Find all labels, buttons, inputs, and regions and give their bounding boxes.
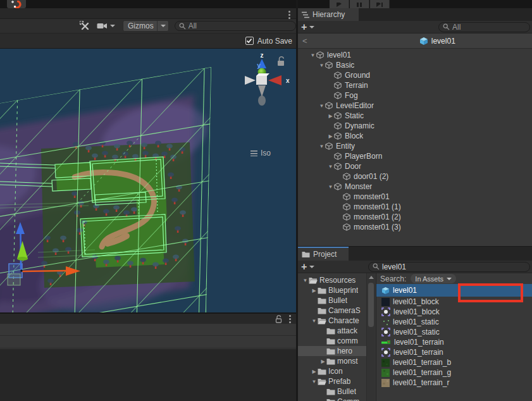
expand-arrow-icon[interactable]: ▼ (311, 379, 318, 385)
expand-arrow-icon[interactable]: ▶ (311, 369, 318, 374)
expand-arrow-icon[interactable]: ▼ (327, 184, 334, 190)
hierarchy-item-static[interactable]: ▶Static (298, 111, 532, 121)
project-folder-cameras[interactable]: CameraS (298, 305, 366, 316)
project-folder-attack[interactable]: attack (298, 326, 366, 336)
project-folder-hero[interactable]: hero (298, 346, 366, 356)
expand-arrow-icon[interactable]: ▶ (327, 133, 334, 139)
play-button[interactable] (330, 0, 349, 8)
gameobject-cube-icon (325, 61, 334, 69)
project-folder-icon[interactable]: ▶Icon (298, 366, 366, 376)
hierarchy-item-monster01-3[interactable]: monster01 (3) (298, 222, 532, 232)
results-scope-dropdown[interactable]: In Assets (411, 274, 456, 283)
pause-button[interactable] (350, 0, 369, 8)
hierarchy-add-button[interactable]: + (301, 24, 307, 30)
hierarchy-item-door01-2[interactable]: door01 (2) (298, 171, 532, 182)
item-label: Prefab (326, 377, 350, 386)
gameobject-cube-icon (334, 163, 343, 170)
project-search-field[interactable]: level01 (368, 262, 530, 272)
result-label: level01_static (393, 328, 440, 336)
project-result-level01-terrain[interactable]: level01_terrain (376, 337, 532, 347)
project-result-level01-terrain-r[interactable]: level01_terrain_r (376, 378, 532, 388)
gameobject-cube-icon (343, 203, 352, 211)
bottom-panel-row[interactable] (0, 336, 296, 349)
hierarchy-item-ground[interactable]: Ground (298, 70, 532, 80)
hierarchy-item-playerborn[interactable]: PlayerBorn (298, 151, 532, 161)
prefab-breadcrumb-bar: < level01 (298, 34, 532, 49)
texture-tan-icon (381, 379, 390, 387)
hierarchy-item-entity[interactable]: ▼Entity (298, 141, 532, 151)
scene-search-field[interactable]: All (175, 21, 296, 31)
project-folder-comm[interactable]: comm (298, 336, 366, 346)
folder-icon (318, 297, 326, 304)
expand-arrow-icon[interactable]: ▼ (327, 164, 334, 170)
breadcrumb[interactable]: level01 (419, 37, 455, 46)
bottom-unlock-icon[interactable] (275, 315, 283, 323)
hierarchy-item-level01[interactable]: ▼level01 (298, 50, 532, 60)
camera-view-button[interactable] (97, 22, 115, 30)
expand-arrow-icon[interactable]: ▼ (309, 52, 316, 58)
hierarchy-tab-label: Hierarchy (312, 10, 345, 19)
item-label: monst (335, 357, 358, 366)
hierarchy-item-terrain[interactable]: Terrain (298, 80, 532, 90)
auto-save-checkbox[interactable] (245, 37, 254, 45)
project-result-level01-block[interactable]: level01_block (376, 307, 532, 317)
scene-search-placeholder: All (189, 22, 197, 30)
expand-arrow-icon[interactable]: ▶ (311, 288, 318, 293)
project-folder-monst[interactable]: ▶monst (298, 356, 366, 366)
expand-arrow-icon[interactable]: ▼ (318, 63, 325, 68)
project-folder-blueprint[interactable]: ▶Blueprint (298, 285, 366, 295)
breadcrumb-back-chevron[interactable]: < (302, 36, 307, 46)
hierarchy-item-monster[interactable]: ▼Monster (298, 182, 532, 192)
tools-button[interactable] (80, 21, 90, 32)
project-result-level01-block[interactable]: level01_block (376, 297, 532, 307)
expand-arrow-icon[interactable]: ▼ (302, 278, 309, 283)
expand-arrow-icon[interactable]: ▶ (319, 359, 326, 364)
scene-viewport[interactable]: z y x (0, 49, 296, 312)
folder-icon (326, 388, 335, 395)
project-result-level01-static[interactable]: level01_static (376, 317, 532, 327)
scene-menu-kebab-icon[interactable] (288, 11, 290, 19)
project-add-button[interactable]: + (301, 264, 307, 270)
project-folder-characte[interactable]: ▼Characte (298, 316, 366, 326)
project-result-level01-terrain-g[interactable]: level01_terrain_g (376, 367, 532, 378)
texture-green-icon (381, 369, 390, 377)
expand-arrow-icon[interactable]: ▼ (318, 103, 325, 109)
expand-arrow-icon[interactable]: ▼ (311, 318, 318, 324)
step-button[interactable] (370, 0, 390, 8)
hierarchy-item-basic[interactable]: ▼Basic (298, 60, 532, 70)
tab-project[interactable]: Project (298, 247, 349, 261)
project-folder-bullet[interactable]: Bullet (298, 386, 366, 397)
scroll-thumb[interactable] (368, 283, 374, 327)
project-result-level01-terrain[interactable]: level01_terrain (376, 347, 532, 357)
hierarchy-item-block[interactable]: ▶Block (298, 131, 532, 141)
item-label: Icon (326, 367, 343, 376)
project-tree-scrollbar[interactable] (366, 273, 375, 401)
hierarchy-item-monster01-2[interactable]: monster01 (2) (298, 212, 532, 222)
gizmos-dropdown[interactable]: Gizmos (123, 20, 169, 32)
project-folder-resources[interactable]: ▼Resources (298, 275, 366, 285)
gizmo-x-axis (22, 271, 66, 271)
project-result-level01-static[interactable]: level01_static (376, 327, 532, 337)
hierarchy-item-door[interactable]: ▼Door (298, 161, 532, 171)
scroll-up-icon[interactable] (369, 276, 374, 279)
collab-red-button[interactable] (7, 0, 26, 8)
hierarchy-search-field[interactable]: All (438, 22, 530, 32)
project-folder-prefab[interactable]: ▼Prefab (298, 376, 366, 386)
tab-hierarchy[interactable]: Hierarchy (298, 8, 359, 21)
project-folder-bullet[interactable]: Bullet (298, 295, 366, 305)
project-result-level01[interactable]: level01 (376, 284, 532, 297)
bottom-panel-header (0, 312, 296, 324)
bottom-panel-row[interactable] (0, 324, 296, 336)
hierarchy-item-dynamic[interactable]: Dynamic (298, 121, 532, 131)
expand-arrow-icon[interactable]: ▶ (327, 113, 334, 119)
project-folder-comm[interactable]: Comm (298, 397, 366, 401)
project-add-caret-icon (309, 266, 314, 268)
project-result-level01-terrain-b[interactable]: level01_terrain_b (376, 357, 532, 367)
hierarchy-item-fog[interactable]: Fog (298, 90, 532, 101)
projection-mode[interactable]: Iso (251, 149, 271, 157)
expand-arrow-icon[interactable]: ▼ (318, 144, 325, 149)
hierarchy-item-monster01[interactable]: monster01 (298, 192, 532, 202)
hierarchy-item-monster01-1[interactable]: monster01 (1) (298, 202, 532, 212)
bottom-menu-kebab-icon[interactable] (289, 315, 291, 323)
hierarchy-item-leveleditor[interactable]: ▼LevelEditor (298, 101, 532, 111)
